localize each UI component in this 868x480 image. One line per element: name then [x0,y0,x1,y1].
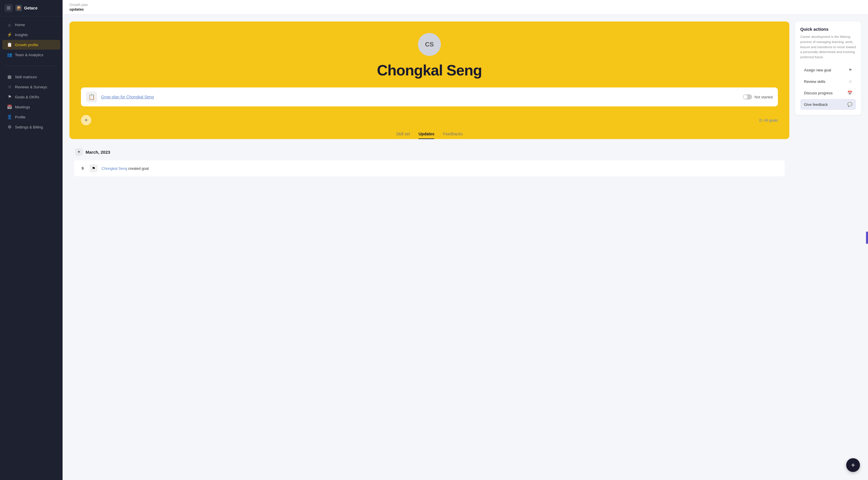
sidebar-item-label: Skill matrices [15,75,37,79]
quick-action-label: Assign new goal [804,68,831,72]
quick-action-label: Give feedback [804,102,828,107]
sidebar-item-home[interactable]: ⌂ Home [2,20,60,30]
logo-icon: 📦 [16,5,22,11]
sidebar-item-goals-okrs[interactable]: ⚑ Goals & OKRs [2,92,60,102]
sidebar: 📦 Getace ⌂ Home ⚡ Insights 📋 Growth prof… [0,0,63,480]
update-text: Chongkal Seng created goal [102,166,149,171]
sidebar-item-settings-billing[interactable]: ⚙ Settings & Billing [2,122,60,132]
team-analytics-icon: 👥 [7,52,12,57]
update-day: 9 [80,166,86,171]
quick-action-discuss-progress[interactable]: Discuss progress 📅 [800,88,856,98]
growth-plan-row: 📋 Grow plan for Chongkal Seng Not starte… [81,88,778,106]
svg-rect-2 [7,9,10,9]
sidebar-item-label: Reviews & Surveys [15,85,47,89]
sidebar-divider-1 [5,66,58,66]
collapse-button[interactable] [5,4,12,12]
update-action: created goal [127,166,149,171]
insights-icon: ⚡ [7,32,12,37]
all-goals-icon: ⊡ [759,118,763,123]
sidebar-item-label: Team & Analytics [15,53,43,57]
home-icon: ⌂ [7,22,12,27]
update-goal-icon: ⚑ [90,164,98,172]
add-goal-button[interactable]: + [81,115,91,125]
month-collapse-button[interactable]: ▼ [75,148,83,156]
sidebar-nav-secondary: ▦ Skill matrices ☆ Reviews & Surveys ⚑ G… [0,68,63,136]
sidebar-item-meetings[interactable]: 📅 Meetings [2,102,60,112]
settings-icon: ⚙ [7,125,12,130]
main-content: Growth plan updates CS Chongkal Seng 📋 G… [63,0,868,480]
content-area: CS Chongkal Seng 📋 Grow plan for Chongka… [63,14,868,480]
svg-rect-0 [7,7,10,7]
profile-name: Chongkal Seng [81,62,778,79]
status-toggle: Not started [743,94,773,100]
give-feedback-icon: 💬 [847,102,852,107]
tab-feedbacks[interactable]: Feedbacks [443,132,462,139]
feedback-side-button[interactable]: Feedback [866,232,868,244]
goals-icon: ⚑ [7,94,12,100]
update-user-link[interactable]: Chongkal Seng [102,166,127,171]
sidebar-item-label: Home [15,23,25,27]
profile-icon: 👤 [7,114,12,119]
growth-plan-icon: 📋 [86,92,97,102]
right-panel: Quick actions Career development is the … [795,22,861,473]
status-label: Not started [754,95,773,99]
sidebar-item-label: Insights [15,33,28,37]
quick-action-label: Review skills [804,79,825,84]
month-label: March, 2023 [86,150,110,155]
app-name: Getace [24,6,38,10]
tab-skill-set[interactable]: Skill set [396,132,410,139]
skill-matrices-icon: ▦ [7,74,12,79]
sidebar-item-skill-matrices[interactable]: ▦ Skill matrices [2,72,60,82]
sidebar-item-label: Growth profile [15,43,38,47]
all-goals-link[interactable]: ⊡ All goals [759,118,778,123]
sidebar-item-label: Meetings [15,105,30,109]
sidebar-item-reviews-surveys[interactable]: ☆ Reviews & Surveys [2,82,60,92]
sidebar-header: 📦 Getace [0,0,63,16]
avatar: CS [418,33,441,56]
svg-rect-1 [7,8,10,8]
sidebar-item-profile[interactable]: 👤 Profile [2,112,60,122]
sidebar-item-label: Goals & OKRs [15,95,39,99]
sidebar-item-growth-profile[interactable]: 📋 Growth profile [2,40,60,49]
growth-profile-icon: 📋 [7,42,12,47]
quick-action-label: Discuss progress [804,91,833,95]
app-logo: 📦 Getace [16,5,38,11]
topbar: Growth plan updates [63,0,868,14]
quick-actions-title: Quick actions [800,27,856,32]
sidebar-item-team-analytics[interactable]: 👥 Team & Analytics [2,50,60,60]
breadcrumb-current: updates [69,7,861,11]
profile-card: CS Chongkal Seng 📋 Grow plan for Chongka… [69,22,789,139]
sidebar-item-insights[interactable]: ⚡ Insights [2,30,60,40]
toggle-switch[interactable] [743,94,752,100]
updates-section: ▼ March, 2023 9 ⚑ Chongkal Seng created … [69,144,789,180]
quick-action-assign-new-goal[interactable]: Assign new goal ⚑ [800,65,856,75]
quick-action-give-feedback[interactable]: Give feedback 💬 [800,99,856,110]
month-header: ▼ March, 2023 [69,144,789,160]
sidebar-item-label: Profile [15,115,26,119]
tab-updates[interactable]: Updates [418,132,434,139]
review-skills-icon: ☆ [848,79,852,84]
tabs-row: Skill set Updates Feedbacks [81,128,778,139]
reviews-icon: ☆ [7,84,12,90]
main-panel: CS Chongkal Seng 📋 Grow plan for Chongka… [69,22,789,473]
sidebar-item-label: Settings & Billing [15,125,43,129]
sidebar-nav-primary: ⌂ Home ⚡ Insights 📋 Growth profile 👥 Tea… [0,16,63,63]
fab-icon: + [851,461,855,469]
fab-button[interactable]: + [846,458,860,472]
update-entry: 9 ⚑ Chongkal Seng created goal [74,160,785,176]
quick-actions-description: Career development is the lifelong proce… [800,34,856,60]
growth-plan-link[interactable]: Grow plan for Chongkal Seng [101,95,743,99]
assign-goal-icon: ⚑ [848,68,852,72]
profile-card-footer: + ⊡ All goals [81,112,778,128]
quick-actions-card: Quick actions Career development is the … [795,22,861,115]
breadcrumb-parent: Growth plan [69,3,861,7]
meetings-icon: 📅 [7,104,12,109]
quick-action-review-skills[interactable]: Review skills ☆ [800,76,856,87]
discuss-progress-icon: 📅 [847,91,852,95]
